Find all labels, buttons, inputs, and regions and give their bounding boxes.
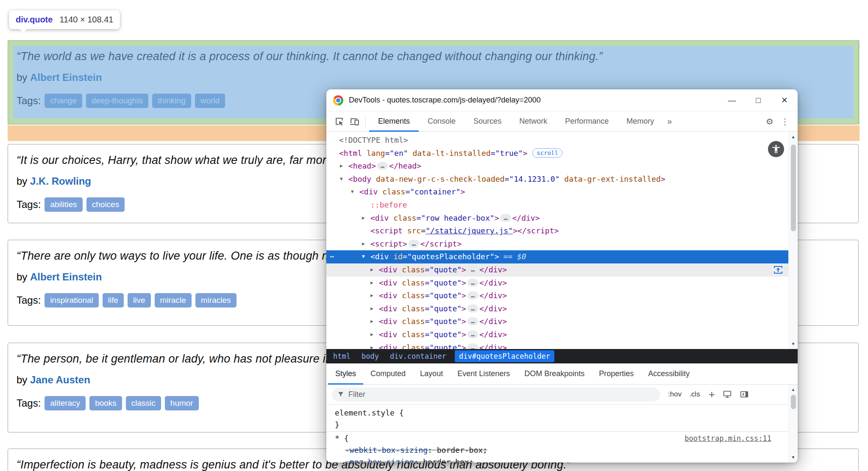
tab-event-listeners[interactable]: Event Listeners: [450, 363, 517, 385]
toggle-element-state-button[interactable]: :hov: [668, 390, 682, 399]
expand-arrow-icon[interactable]: [370, 328, 373, 341]
tree-node-html[interactable]: <html lang="en" data-lt-installed="true"…: [326, 147, 788, 160]
expand-arrow-icon[interactable]: [370, 315, 373, 328]
tag-link[interactable]: classic: [126, 396, 161, 410]
collapsed-content-icon[interactable]: …: [467, 291, 478, 299]
collapse-arrow-icon[interactable]: [340, 173, 343, 186]
tag-link[interactable]: miracle: [155, 293, 192, 308]
tree-node-quote[interactable]: <div class="quote">…</div>: [326, 302, 788, 316]
tab-computed[interactable]: Computed: [363, 363, 413, 385]
expand-arrow-icon[interactable]: [362, 212, 365, 225]
accessibility-tree-button[interactable]: [768, 141, 784, 157]
collapsed-content-icon[interactable]: …: [467, 330, 478, 338]
collapse-arrow-icon[interactable]: [351, 186, 354, 199]
tab-properties[interactable]: Properties: [592, 363, 641, 385]
tab-layout[interactable]: Layout: [413, 363, 450, 385]
collapsed-content-icon[interactable]: …: [467, 266, 478, 274]
breadcrumb-container[interactable]: div.container: [390, 352, 446, 360]
tree-node-inline-script[interactable]: <script>…</script>: [326, 238, 788, 251]
expand-arrow-icon[interactable]: [340, 160, 343, 173]
tree-node-quote[interactable]: <div class="quote">…</div>: [326, 263, 788, 277]
tree-node-container[interactable]: <div class="container">: [326, 186, 788, 199]
tab-console[interactable]: Console: [419, 111, 465, 132]
tag-link[interactable]: abilities: [45, 197, 82, 212]
minimize-button[interactable]: —: [719, 89, 745, 111]
scrollbar-thumb[interactable]: [791, 144, 796, 231]
tag-link[interactable]: thinking: [152, 94, 191, 108]
collapsed-content-icon[interactable]: …: [500, 214, 511, 222]
universal-css-rule[interactable]: * {bootstrap.min.css:11: [335, 432, 780, 444]
scrollbar-up-icon[interactable]: [789, 133, 798, 140]
tree-node-jquery-script[interactable]: <script src="/static/jquery.js"></script…: [326, 224, 788, 238]
collapsed-content-icon[interactable]: …: [467, 344, 478, 349]
tab-accessibility[interactable]: Accessibility: [641, 363, 697, 385]
scrollbar-up-icon[interactable]: [789, 386, 798, 393]
scroll-badge[interactable]: scroll: [532, 148, 562, 158]
tag-link[interactable]: humor: [165, 396, 199, 410]
tree-node-quote[interactable]: <div class="quote">…</div>: [326, 289, 788, 302]
collapsed-content-icon[interactable]: …: [377, 162, 388, 170]
scrollbar-down-icon[interactable]: [789, 341, 798, 347]
tag-link[interactable]: miracles: [195, 293, 236, 308]
tab-network[interactable]: Network: [510, 111, 556, 132]
css-declaration-webkit-box-sizing[interactable]: -webkit-box-sizing: border-box;: [335, 444, 798, 456]
script-src-link[interactable]: "/static/jquery.js": [426, 226, 513, 235]
element-style-rule-open[interactable]: element.style {: [335, 407, 798, 419]
scrollbar-thumb[interactable]: [791, 395, 796, 409]
tag-link[interactable]: aliteracy: [45, 396, 86, 410]
device-toolbar-icon[interactable]: [347, 114, 362, 129]
scroll-into-view-icon[interactable]: [773, 265, 783, 275]
styles-filter-input[interactable]: Filter: [332, 388, 660, 402]
element-classes-button[interactable]: .cls: [689, 390, 700, 399]
styles-scrollbar[interactable]: [788, 385, 798, 463]
tree-node-head[interactable]: <head>…</head>: [326, 160, 788, 173]
collapsed-content-icon[interactable]: …: [409, 240, 419, 248]
expand-arrow-icon[interactable]: [370, 341, 373, 349]
tag-link[interactable]: world: [195, 94, 225, 108]
breadcrumb-body[interactable]: body: [362, 352, 379, 360]
rendering-emulations-icon[interactable]: [723, 390, 732, 399]
settings-gear-icon[interactable]: ⚙: [762, 116, 777, 127]
expand-arrow-icon[interactable]: [370, 263, 373, 277]
tag-link[interactable]: inspirational: [45, 293, 98, 308]
tag-link[interactable]: books: [89, 396, 122, 410]
tree-node-quote[interactable]: <div class="quote">…</div>: [326, 277, 788, 290]
breadcrumb-selected[interactable]: div#quotesPlaceholder: [455, 350, 554, 362]
tree-node-body[interactable]: <body data-new-gr-c-s-check-loaded="14.1…: [326, 173, 788, 186]
tree-node-header-box[interactable]: <div class="row header-box">…</div>: [326, 212, 788, 225]
scrollbar-down-icon[interactable]: [789, 454, 798, 461]
collapsed-content-icon[interactable]: …: [467, 305, 478, 313]
tag-link[interactable]: deep-thoughts: [86, 94, 149, 108]
tag-link[interactable]: live: [128, 293, 151, 308]
tab-memory[interactable]: Memory: [618, 111, 663, 132]
tree-node-before-pseudo[interactable]: ::before: [326, 199, 788, 212]
tag-link[interactable]: choices: [86, 197, 125, 212]
expand-arrow-icon[interactable]: [362, 238, 365, 251]
devtools-titlebar[interactable]: DevTools - quotes.toscrape.com/js-delaye…: [326, 89, 798, 111]
expand-arrow-icon[interactable]: [370, 302, 373, 316]
breadcrumb-html[interactable]: html: [333, 352, 351, 360]
tree-node-doctype[interactable]: <!DOCTYPE html>: [326, 134, 788, 147]
tag-link[interactable]: change: [45, 94, 82, 108]
tab-sources[interactable]: Sources: [465, 111, 510, 132]
close-button[interactable]: ✕: [771, 89, 798, 111]
tree-node-quote[interactable]: <div class="quote">…</div>: [326, 328, 788, 341]
collapsed-content-icon[interactable]: …: [467, 279, 478, 287]
tab-elements[interactable]: Elements: [369, 111, 419, 132]
inspect-element-icon[interactable]: [331, 114, 347, 129]
new-style-rule-button[interactable]: +: [709, 390, 715, 399]
css-declaration-moz-box-sizing[interactable]: -moz-box-sizing: border-box;: [335, 456, 798, 463]
expand-arrow-icon[interactable]: [370, 277, 373, 290]
collapsed-content-icon[interactable]: …: [467, 317, 478, 325]
tree-node-quotes-placeholder-selected[interactable]: ⋯<div id="quotesPlaceholder">== $0: [326, 250, 788, 263]
tree-node-quote[interactable]: <div class="quote">…</div>: [326, 341, 788, 349]
tab-dom-breakpoints[interactable]: DOM Breakpoints: [517, 363, 592, 385]
tab-styles[interactable]: Styles: [328, 363, 363, 385]
collapse-arrow-icon[interactable]: [362, 250, 365, 263]
tree-node-quote[interactable]: <div class="quote">…</div>: [326, 315, 788, 328]
node-menu-dots-icon[interactable]: ⋯: [330, 250, 334, 263]
elements-scrollbar[interactable]: [788, 132, 798, 349]
stylesheet-source-link[interactable]: bootstrap.min.css:11: [684, 432, 771, 444]
expand-arrow-icon[interactable]: [370, 289, 373, 302]
maximize-button[interactable]: □: [745, 89, 771, 111]
